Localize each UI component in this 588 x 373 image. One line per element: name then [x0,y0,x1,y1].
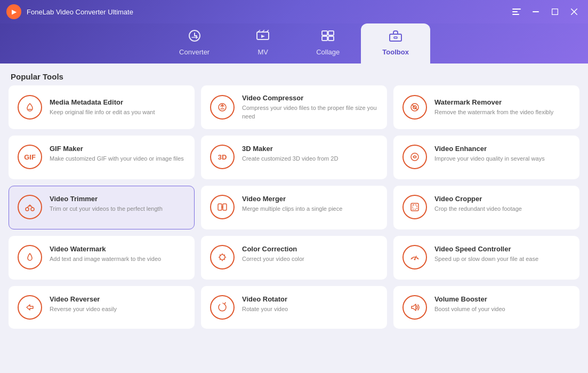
svg-rect-12 [328,36,334,41]
speed-controller-desc: Speed up or slow down your file at ease [434,255,570,263]
video-reverser-desc: Reverse your video easily [50,305,186,313]
nav-tabs: Converter MV Collage [0,23,588,64]
video-reverser-icon [18,295,42,320]
tool-card-video-trimmer[interactable]: Video Trimmer Trim or cut your videos to… [9,186,195,229]
color-correction-icon [210,245,235,269]
svg-rect-3 [533,11,539,12]
volume-booster-desc: Boost volume of your video [434,305,570,313]
compressor-desc: Compress your video files to the proper … [242,104,378,121]
tool-card-video-merger[interactable]: Video Merger Merge multiple clips into a… [201,186,387,229]
media-metadata-icon [18,95,42,120]
tool-card-video-rotator[interactable]: Video Rotator Rotate your video [201,286,387,329]
volume-booster-info: Volume Booster Boost volume of your vide… [434,295,570,313]
video-merger-name: Video Merger [242,195,378,203]
caption-button[interactable] [509,4,524,19]
video-cropper-info: Video Cropper Crop the redundant video f… [434,195,570,213]
svg-rect-2 [512,14,519,15]
speed-controller-icon [402,245,427,269]
video-trimmer-icon [18,195,42,219]
tab-mv-label: MV [257,48,268,56]
toolbox-icon [389,30,402,45]
video-reverser-info: Video Reverser Reverse your video easily [50,295,186,313]
svg-rect-11 [322,36,327,41]
svg-rect-9 [322,31,327,35]
volume-booster-name: Volume Booster [434,295,570,303]
video-watermark-info: Video Watermark Add text and image water… [50,245,186,263]
close-button[interactable] [567,4,582,19]
window-controls [509,4,582,19]
video-rotator-info: Video Rotator Rotate your video [242,295,378,313]
tab-toolbox[interactable]: Toolbox [361,23,430,64]
video-trimmer-info: Video Trimmer Trim or cut your videos to… [50,195,186,213]
color-correction-desc: Correct your video color [242,255,378,263]
svg-point-21 [31,208,34,211]
svg-rect-25 [413,205,417,209]
svg-rect-23 [223,204,227,210]
tab-collage[interactable]: Collage [295,23,361,64]
video-cropper-icon [402,195,427,219]
tab-collage-label: Collage [316,48,340,56]
media-metadata-name: Media Metadata Editor [50,98,186,106]
tab-mv[interactable]: MV [231,23,295,64]
media-metadata-info: Media Metadata Editor Keep original file… [50,98,186,116]
watermark-remover-name: Watermark Remover [434,98,570,106]
main-content: Popular Tools Media Metadata Editor Keep… [0,64,588,373]
3d-maker-info: 3D Maker Create customized 3D video from… [242,145,378,163]
tools-grid-container[interactable]: Media Metadata Editor Keep original file… [0,85,588,373]
svg-rect-1 [512,11,518,12]
3d-maker-icon: 3D [210,145,235,169]
compressor-name: Video Compressor [242,94,378,102]
tab-converter[interactable]: Converter [158,23,231,64]
tool-card-video-enhancer[interactable]: Video Enhancer Improve your video qualit… [393,136,579,179]
video-merger-icon [210,195,235,219]
tool-card-3d-maker[interactable]: 3D 3D Maker Create customized 3D video f… [201,136,387,179]
svg-rect-10 [328,31,334,35]
video-enhancer-name: Video Enhancer [434,145,570,153]
video-watermark-icon [18,245,42,269]
video-rotator-icon [210,295,235,320]
tool-card-video-watermark[interactable]: Video Watermark Add text and image water… [9,236,195,280]
tool-card-watermark-remover[interactable]: Watermark Remover Remove the watermark f… [393,85,579,129]
section-title: Popular Tools [0,64,588,85]
titlebar: ▶ FoneLab Video Converter Ultimate [0,0,588,23]
video-merger-desc: Merge multiple clips into a single piece [242,205,378,213]
svg-rect-22 [218,204,222,210]
watermark-remover-desc: Remove the watermark from the video flex… [434,108,570,116]
video-watermark-name: Video Watermark [50,245,186,253]
video-rotator-desc: Rotate your video [242,305,378,313]
tool-card-gif-maker[interactable]: GIF GIF Maker Make customized GIF with y… [9,136,195,179]
video-enhancer-icon [402,145,427,169]
converter-icon [188,30,202,45]
svg-point-19 [411,153,418,161]
svg-rect-24 [411,203,418,211]
svg-rect-4 [552,9,558,15]
color-correction-name: Color Correction [242,245,378,253]
svg-rect-0 [512,9,521,10]
watermark-remover-icon [402,95,427,120]
gif-maker-icon: GIF [18,145,42,169]
app-logo: ▶ [6,4,21,19]
maximize-button[interactable] [547,4,562,19]
tool-card-compressor[interactable]: Video Compressor Compress your video fil… [201,85,387,129]
video-watermark-desc: Add text and image watermark to the vide… [50,255,186,263]
video-cropper-name: Video Cropper [434,195,570,203]
tool-card-color-correction[interactable]: Color Correction Correct your video colo… [201,236,387,280]
collage-icon [321,30,335,45]
color-correction-info: Color Correction Correct your video colo… [242,245,378,263]
gif-maker-name: GIF Maker [50,145,186,153]
mv-icon [256,30,270,45]
video-merger-info: Video Merger Merge multiple clips into a… [242,195,378,213]
tool-card-video-reverser[interactable]: Video Reverser Reverse your video easily [9,286,195,329]
minimize-button[interactable] [528,4,543,19]
video-enhancer-info: Video Enhancer Improve your video qualit… [434,145,570,163]
compressor-icon [210,95,235,120]
video-reverser-name: Video Reverser [50,295,186,303]
video-rotator-name: Video Rotator [242,295,378,303]
tool-card-video-cropper[interactable]: Video Cropper Crop the redundant video f… [393,186,579,229]
tool-card-media-metadata[interactable]: Media Metadata Editor Keep original file… [9,85,195,129]
3d-maker-name: 3D Maker [242,145,378,153]
tool-card-volume-booster[interactable]: Volume Booster Boost volume of your vide… [393,286,579,329]
tool-card-speed-controller[interactable]: Video Speed Controller Speed up or slow … [393,236,579,280]
volume-booster-icon [402,295,427,320]
speed-controller-name: Video Speed Controller [434,245,570,253]
